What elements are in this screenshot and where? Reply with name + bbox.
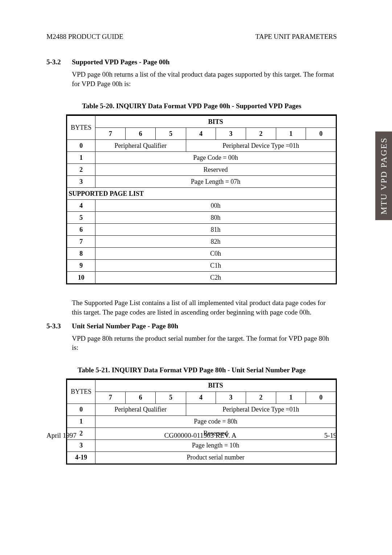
section-number: 5-3.3 [46, 322, 72, 330]
table-caption: Table 5-21. INQUIRY Data Format VPD Page… [46, 366, 337, 374]
cell: C0h [95, 248, 336, 260]
section-title: Unit Serial Number Page - Page 80h [72, 322, 178, 330]
footer-date: April 1997 [46, 432, 77, 439]
supported-page-list-header: SUPPORTED PAGE LIST [67, 188, 336, 200]
bit-col: 2 [246, 392, 276, 404]
section-title: Supported VPD Pages - Page 00h [72, 58, 170, 66]
side-tab: MTU VPD PAGES [375, 131, 392, 220]
section-heading: 5-3.2 Supported VPD Pages - Page 00h [46, 58, 337, 66]
bit-col: 6 [126, 392, 156, 404]
bit-col: 1 [276, 392, 306, 404]
bit-col: 5 [156, 128, 186, 140]
header-left: M2488 PRODUCT GUIDE [46, 33, 123, 41]
paragraph: The Supported Page List contains a list … [72, 298, 337, 317]
byte-index: 2 [67, 164, 95, 176]
bit-col: 0 [306, 392, 336, 404]
running-header: M2488 PRODUCT GUIDE TAPE UNIT PARAMETERS [46, 33, 337, 41]
cell: Page Code = 00h [95, 152, 336, 164]
byte-index: 8 [67, 248, 95, 260]
cell: Product serial number [95, 451, 336, 463]
bits-header: BITS [95, 380, 336, 392]
byte-index: 3 [67, 176, 95, 188]
cell: Page code = 80h [95, 416, 336, 428]
cell: 80h [95, 212, 336, 224]
bit-col: 2 [246, 128, 276, 140]
byte-index: 9 [67, 260, 95, 272]
bit-col: 1 [276, 128, 306, 140]
cell: Peripheral Device Type =01h [186, 140, 336, 152]
footer-docnum: CG00000-011503 REV. A [164, 432, 237, 439]
section-paragraph: VPD page 00h returns a list of the vital… [72, 70, 337, 88]
cell: C1h [95, 260, 336, 272]
section-number: 5-3.2 [46, 58, 72, 66]
bit-col: 3 [216, 392, 246, 404]
cell: Page length = 10h [95, 439, 336, 451]
bit-col: 0 [306, 128, 336, 140]
byte-index: 6 [67, 224, 95, 236]
bit-col: 6 [126, 128, 156, 140]
cell: 81h [95, 224, 336, 236]
byte-index: 1 [67, 416, 95, 428]
cell: 00h [95, 200, 336, 212]
bit-col: 4 [186, 128, 216, 140]
side-tab-label: MTU VPD PAGES [379, 137, 389, 215]
header-right: TAPE UNIT PARAMETERS [256, 33, 337, 41]
bits-header: BITS [95, 116, 336, 128]
bit-col: 7 [95, 128, 126, 140]
byte-index: 3 [67, 439, 95, 451]
cell: Peripheral Qualifier [95, 404, 186, 416]
bit-col: 4 [186, 392, 216, 404]
bit-col: 3 [216, 128, 246, 140]
page-content: M2488 PRODUCT GUIDE TAPE UNIT PARAMETERS… [46, 33, 337, 465]
cell: C2h [95, 272, 336, 284]
byte-index: 10 [67, 272, 95, 284]
running-footer: April 1997 CG00000-011503 REV. A 5-19 [46, 432, 337, 439]
byte-index: 4-19 [67, 451, 95, 463]
cell: Peripheral Qualifier [95, 140, 186, 152]
cell: Page Length = 07h [95, 176, 336, 188]
byte-index: 0 [67, 404, 95, 416]
table-5-21: BYTES BITS 7 6 5 4 3 2 1 0 0 Peripheral … [66, 378, 337, 465]
byte-index: 0 [67, 140, 95, 152]
bytes-header: BYTES [67, 380, 95, 404]
byte-index: 4 [67, 200, 95, 212]
cell: 82h [95, 236, 336, 248]
bytes-header: BYTES [67, 116, 95, 140]
section-paragraph: VPD page 80h returns the product serial … [72, 334, 337, 352]
cell: Reserved [95, 164, 336, 176]
table-caption: Table 5-20. INQUIRY Data Format VPD Page… [46, 102, 337, 110]
cell: Peripheral Device Type =01h [186, 404, 336, 416]
bit-col: 7 [95, 392, 126, 404]
bit-col: 5 [156, 392, 186, 404]
footer-pagenum: 5-19 [324, 432, 337, 439]
section-heading: 5-3.3 Unit Serial Number Page - Page 80h [46, 322, 337, 330]
byte-index: 7 [67, 236, 95, 248]
table-5-20: BYTES BITS 7 6 5 4 3 2 1 0 0 Peripheral … [66, 114, 337, 284]
byte-index: 5 [67, 212, 95, 224]
byte-index: 1 [67, 152, 95, 164]
